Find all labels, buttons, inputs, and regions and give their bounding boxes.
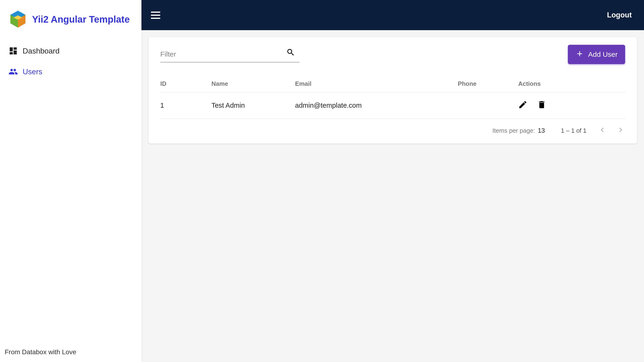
delete-icon[interactable] <box>537 100 546 111</box>
cell-email: admin@template.com <box>295 92 458 119</box>
topbar: Logout <box>142 0 644 30</box>
cell-id: 1 <box>160 92 212 119</box>
users-card: Add User ID Name Email Phone Actions <box>148 37 637 144</box>
add-user-label: Add User <box>588 50 618 58</box>
column-header-actions: Actions <box>518 76 625 92</box>
search-icon <box>286 48 295 57</box>
dashboard-icon <box>8 46 18 56</box>
filter-input[interactable] <box>160 46 299 62</box>
hamburger-icon <box>151 12 160 13</box>
sidebar: Yii2 Angular Template Dashboard Users <box>0 0 142 362</box>
sidebar-item-label: Dashboard <box>23 47 60 56</box>
items-per-page-label: Items per page: <box>492 127 535 134</box>
paginator: Items per page: 13 1 – 1 of 1 <box>160 119 625 139</box>
cell-name: Test Admin <box>212 92 295 119</box>
column-header-phone[interactable]: Phone <box>458 76 518 92</box>
filter-field <box>160 46 299 62</box>
add-user-button[interactable]: Add User <box>568 45 625 64</box>
sidebar-footer: From Databox with Love <box>0 342 142 362</box>
paginator-prev-button[interactable] <box>598 126 607 136</box>
items-per-page: Items per page: 13 <box>492 127 545 134</box>
plus-icon <box>576 50 584 60</box>
hamburger-icon <box>151 14 160 16</box>
hamburger-icon <box>151 18 160 19</box>
edit-icon[interactable] <box>518 100 528 111</box>
brand-logo <box>8 10 27 28</box>
users-icon <box>8 67 18 76</box>
table-row: 1 Test Admin admin@template.com <box>160 92 625 119</box>
card-header: Add User <box>160 37 625 64</box>
cell-phone <box>458 92 518 119</box>
brand: Yii2 Angular Template <box>0 0 142 38</box>
logout-button[interactable]: Logout <box>607 11 632 19</box>
sidebar-item-dashboard[interactable]: Dashboard <box>0 42 142 60</box>
menu-toggle-button[interactable] <box>151 8 164 22</box>
paginator-range: 1 – 1 of 1 <box>561 127 586 134</box>
brand-title: Yii2 Angular Template <box>32 14 130 25</box>
sidebar-item-users[interactable]: Users <box>0 63 142 80</box>
users-table: ID Name Email Phone Actions 1 Test Admin… <box>160 76 625 119</box>
sidebar-item-label: Users <box>23 68 42 76</box>
main: Logout <box>142 0 644 362</box>
column-header-name[interactable]: Name <box>212 76 295 92</box>
paginator-next-button[interactable] <box>616 126 625 136</box>
column-header-email[interactable]: Email <box>295 76 458 92</box>
column-header-id[interactable]: ID <box>160 76 212 92</box>
content: Add User ID Name Email Phone Actions <box>142 30 644 362</box>
nav: Dashboard Users <box>0 38 142 85</box>
cell-actions <box>518 92 625 119</box>
items-per-page-select[interactable]: 13 <box>538 127 545 134</box>
